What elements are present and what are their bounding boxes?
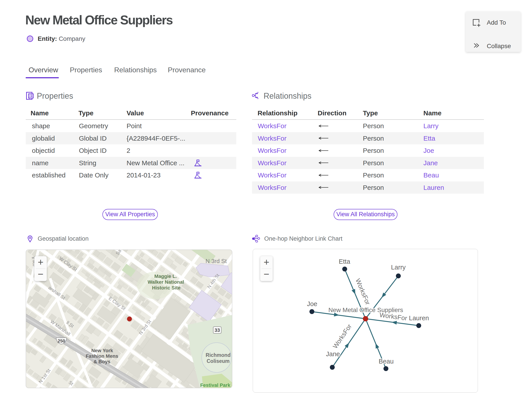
svg-text:Walker National: Walker National	[148, 279, 184, 285]
svg-text:Joe: Joe	[307, 300, 317, 307]
svg-text:Beau: Beau	[379, 358, 394, 365]
svg-text:250: 250	[58, 338, 65, 343]
svg-text:WorksFor: WorksFor	[331, 323, 353, 350]
svg-text:New Metal Office Suppliers: New Metal Office Suppliers	[328, 307, 403, 313]
svg-text:Maggie L.: Maggie L.	[154, 273, 177, 279]
svg-text:Richmond: Richmond	[206, 352, 231, 358]
svg-text:N 3rd St: N 3rd St	[206, 258, 227, 264]
svg-text:New York: New York	[91, 348, 113, 353]
svg-text:Fashion Mens: Fashion Mens	[86, 353, 118, 359]
svg-text:Historic Site: Historic Site	[152, 285, 180, 290]
svg-text:WorksFor: WorksFor	[354, 277, 372, 306]
svg-text:& Boys: & Boys	[93, 359, 110, 364]
svg-text:Lauren: Lauren	[409, 315, 429, 322]
svg-text:Jane: Jane	[326, 351, 340, 358]
svg-text:Larry: Larry	[391, 264, 406, 271]
svg-text:Coliseum: Coliseum	[206, 358, 230, 364]
svg-text:33: 33	[215, 327, 220, 333]
svg-text:Festival Park: Festival Park	[200, 382, 231, 388]
svg-text:Etta: Etta	[339, 258, 350, 265]
